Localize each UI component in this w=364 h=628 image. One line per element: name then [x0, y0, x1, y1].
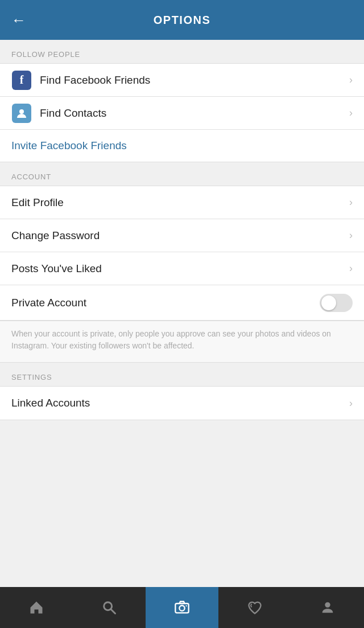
- person-svg: [16, 108, 27, 119]
- find-facebook-friends-item[interactable]: f Find Facebook Friends ›: [0, 64, 364, 97]
- back-button[interactable]: ←: [11, 11, 26, 29]
- search-icon: [101, 600, 117, 615]
- invite-facebook-item[interactable]: Invite Facebook Friends: [0, 130, 364, 162]
- linked-accounts-item[interactable]: Linked Accounts ›: [0, 387, 364, 420]
- private-account-item: Private Account: [0, 285, 364, 321]
- nav-profile[interactable]: [291, 587, 364, 628]
- settings-list: Linked Accounts ›: [0, 386, 364, 420]
- chevron-icon: ›: [349, 397, 353, 409]
- header: ← OPTIONS: [0, 0, 364, 40]
- facebook-icon-container: f: [11, 70, 32, 91]
- svg-line-2: [111, 609, 115, 614]
- svg-point-4: [179, 606, 184, 611]
- chevron-icon: ›: [349, 229, 353, 241]
- find-contacts-label: Find Contacts: [40, 107, 349, 120]
- contact-icon-container: [11, 103, 32, 124]
- toggle-knob: [321, 295, 336, 310]
- chevron-icon: ›: [349, 74, 353, 86]
- edit-profile-label: Edit Profile: [11, 196, 349, 209]
- nav-camera[interactable]: [146, 587, 218, 628]
- svg-point-5: [185, 605, 187, 606]
- chevron-icon: ›: [349, 107, 353, 119]
- follow-people-list: f Find Facebook Friends › Find Contacts …: [0, 63, 364, 162]
- private-account-description: When your account is private, only peopl…: [0, 321, 364, 363]
- heart-icon: [247, 600, 263, 615]
- chevron-icon: ›: [349, 196, 353, 208]
- svg-point-0: [19, 109, 24, 114]
- posts-liked-item[interactable]: Posts You've Liked ›: [0, 252, 364, 285]
- change-password-item[interactable]: Change Password ›: [0, 219, 364, 252]
- private-account-label: Private Account: [11, 297, 320, 309]
- facebook-icon: f: [12, 71, 31, 90]
- header-title: OPTIONS: [154, 14, 211, 27]
- bottom-navigation: [0, 587, 364, 628]
- svg-point-6: [325, 602, 330, 608]
- find-facebook-friends-label: Find Facebook Friends: [40, 74, 349, 87]
- edit-profile-item[interactable]: Edit Profile ›: [0, 186, 364, 219]
- chevron-icon: ›: [349, 262, 353, 274]
- account-section-header: ACCOUNT: [0, 162, 364, 186]
- profile-icon: [320, 600, 336, 615]
- follow-people-section-header: FOLLOW PEOPLE: [0, 40, 364, 63]
- nav-activity[interactable]: [218, 587, 291, 628]
- contact-icon: [12, 104, 31, 123]
- nav-search[interactable]: [73, 587, 146, 628]
- find-contacts-item[interactable]: Find Contacts ›: [0, 97, 364, 130]
- account-list: Edit Profile › Change Password › Posts Y…: [0, 186, 364, 321]
- camera-icon: [174, 600, 190, 615]
- invite-facebook-label: Invite Facebook Friends: [11, 139, 353, 152]
- change-password-label: Change Password: [11, 229, 349, 242]
- settings-section-header: SETTINGS: [0, 363, 364, 386]
- private-account-toggle[interactable]: [320, 294, 353, 312]
- posts-liked-label: Posts You've Liked: [11, 262, 349, 275]
- home-icon: [28, 600, 44, 615]
- nav-home[interactable]: [0, 587, 73, 628]
- linked-accounts-label: Linked Accounts: [11, 397, 349, 409]
